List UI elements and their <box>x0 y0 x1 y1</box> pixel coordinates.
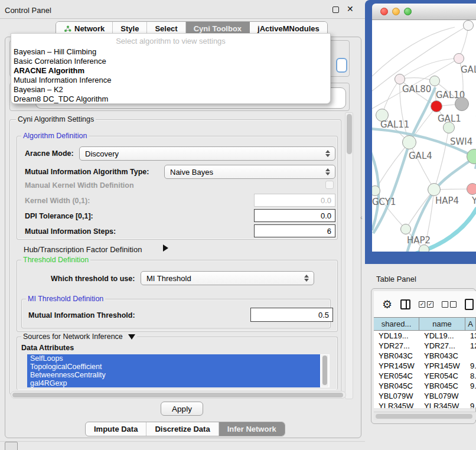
data-attributes-label: Data Attributes <box>21 344 74 352</box>
close-window-icon[interactable] <box>380 8 388 15</box>
network-node[interactable] <box>443 122 455 133</box>
close-panel-icon[interactable]: ✕ <box>347 4 354 14</box>
network-window-titlebar[interactable] <box>372 4 476 20</box>
table-row[interactable]: YDL19...YDL19...13 <box>374 331 476 341</box>
collapse-section-arrow-icon[interactable] <box>128 334 135 340</box>
algorithm-combobox-focused[interactable] <box>336 58 347 73</box>
table-cell: 13 <box>465 331 476 341</box>
network-node-gal2[interactable] <box>454 53 464 64</box>
tab-discretize-data[interactable]: Discretize Data <box>146 422 219 436</box>
dropdown-item[interactable]: Basic Correlation Inference <box>11 57 330 66</box>
minimize-window-icon[interactable] <box>392 8 400 15</box>
table-cell: 9. <box>465 401 476 408</box>
which-threshold-combobox[interactable]: MI Threshold <box>141 271 314 285</box>
dropdown-item[interactable]: Bayesian – K2 <box>11 85 330 94</box>
manual-kernel-checkbox[interactable] <box>325 181 334 189</box>
table-cell: YDL19... <box>374 331 419 341</box>
panel-dock-icon[interactable] <box>5 442 18 450</box>
attribute-list-item[interactable]: BetweennessCentrality <box>27 371 320 379</box>
split-columns-icon[interactable] <box>400 299 410 309</box>
scrollbar-thumb[interactable] <box>347 114 352 154</box>
kernel-width-field[interactable]: 0.0 <box>254 194 335 207</box>
table-cell: YDR27... <box>374 341 419 351</box>
algorithm-dropdown: Select algorithm to view settingsBayesia… <box>11 33 331 104</box>
table-cell: YBR043C <box>419 351 465 361</box>
select-all-icon[interactable]: ✓✓ <box>419 301 433 308</box>
dropdown-item[interactable]: Bayesian – Hill Climbing <box>11 47 330 57</box>
zoom-window-icon[interactable] <box>404 8 412 15</box>
algorithm-definition-title: Algorithm Definition <box>21 132 89 140</box>
table-row[interactable]: YLR345WYLR345W9. <box>374 401 476 408</box>
attribute-list-item[interactable]: gal4RGexp <box>27 379 320 387</box>
scrollbar-thumb[interactable] <box>376 414 472 419</box>
network-node-gal4[interactable] <box>402 135 416 149</box>
network-node[interactable] <box>463 20 474 31</box>
node-label: GCY1 <box>372 197 396 207</box>
column-header-shared...[interactable]: shared... <box>374 318 419 330</box>
which-threshold-value: MI Threshold <box>146 274 191 283</box>
dpi-tolerance-label: DPI Tolerance [0,1]: <box>25 212 93 220</box>
dropdown-item[interactable]: Mutual Information Inference <box>11 76 330 85</box>
network-canvas[interactable]: GAL2GAL80GAL10GAL1GAL11GAL4SWI4GCY1HAP4Y… <box>372 20 476 252</box>
tab-impute-data[interactable]: Impute Data <box>86 422 146 436</box>
settings-vertical-scrollbar[interactable] <box>345 112 353 399</box>
mi-steps-label: Mutual Information Steps: <box>25 227 116 236</box>
sources-group-title: Sources for Network Inference <box>21 332 137 341</box>
dpi-tolerance-field[interactable]: 0.0 <box>254 209 335 222</box>
apply-button[interactable]: Apply <box>161 402 203 416</box>
dropdown-item[interactable]: Dream8 DC_TDC Algorithm <box>11 94 330 104</box>
table-cell: YBL079W <box>374 391 419 401</box>
data-attributes-list[interactable]: SelfLoopsTopologicalCoefficientBetweenne… <box>27 354 330 387</box>
table-row[interactable]: YBR045CYBR045C9. <box>374 381 476 391</box>
network-node[interactable] <box>419 244 429 252</box>
table-cell: YBR043C <box>374 351 419 361</box>
tab-label: Cyni Toolbox <box>194 24 242 33</box>
column-header-A[interactable]: A <box>465 318 476 330</box>
network-node-hap4[interactable] <box>428 183 441 196</box>
table-horizontal-scrollbar[interactable] <box>374 412 476 420</box>
manual-kernel-label: Manual Kernel Width Definition <box>25 181 134 190</box>
table-toolbar: ⚙ ✓✓ <box>374 291 476 317</box>
tab-infer-network[interactable]: Infer Network <box>219 422 285 436</box>
mi-steps-field[interactable]: 6 <box>254 224 335 237</box>
network-node[interactable] <box>455 97 469 111</box>
mi-type-combobox[interactable]: Naive Bayes <box>164 165 335 179</box>
attribute-list-item[interactable]: SelfLoops <box>27 354 320 363</box>
table-cell: YPR145W <box>374 361 419 371</box>
table-row[interactable]: YDR27...YDR27...12 <box>374 341 476 351</box>
table-row[interactable]: YBR043CYBR043C <box>374 351 476 361</box>
node-label: HAP2 <box>407 235 431 246</box>
settings-horizontal-scrollbar[interactable] <box>11 391 346 399</box>
network-node-gal1[interactable] <box>431 100 442 112</box>
column-header-name[interactable]: name <box>419 318 465 330</box>
mi-threshold-field[interactable]: 0.5 <box>250 308 333 322</box>
network-node-gal80[interactable] <box>395 74 405 84</box>
aracne-mode-value: Discovery <box>85 149 119 158</box>
list-vertical-scrollbar[interactable] <box>321 355 328 387</box>
expand-section-arrow-icon[interactable] <box>163 244 168 252</box>
node-label: GAL80 <box>402 84 431 94</box>
node-label: GAL11 <box>380 119 409 130</box>
table-row[interactable]: YPR145WYPR145W9. <box>374 361 476 371</box>
network-node-y[interactable] <box>467 183 476 195</box>
attribute-list-item[interactable]: TopologicalCoefficient <box>27 363 320 371</box>
table-row[interactable]: YBL079WYBL079W <box>374 391 476 401</box>
scrollbar-thumb[interactable] <box>322 356 327 385</box>
node-table[interactable]: shared...nameA YDL19...YDL19...13YDR27..… <box>374 317 476 408</box>
deselect-all-icon[interactable] <box>442 301 457 308</box>
network-node-gal10[interactable] <box>429 76 440 86</box>
table-cell: YBR045C <box>419 381 465 391</box>
settings-gear-icon[interactable]: ⚙ <box>382 299 392 310</box>
new-table-icon[interactable] <box>465 299 474 310</box>
table-row[interactable]: YER054CYER054C8. <box>374 371 476 381</box>
aracne-mode-combobox[interactable]: Discovery <box>79 146 335 161</box>
threshold-definition-title: Threshold Definition <box>21 256 90 264</box>
float-panel-icon[interactable] <box>332 6 339 13</box>
panel-collapse-arrow[interactable]: ‹ <box>360 214 363 221</box>
dropdown-item[interactable]: ARACNE Algorithm <box>11 66 330 76</box>
network-node-hap2[interactable] <box>400 224 411 234</box>
aracne-mode-label: Aracne Mode: <box>25 149 74 158</box>
mi-threshold-label: Mutual Information Threshold: <box>28 311 135 319</box>
scrollbar-thumb[interactable] <box>12 393 343 397</box>
dropdown-prompt: Select algorithm to view settings <box>11 37 330 45</box>
